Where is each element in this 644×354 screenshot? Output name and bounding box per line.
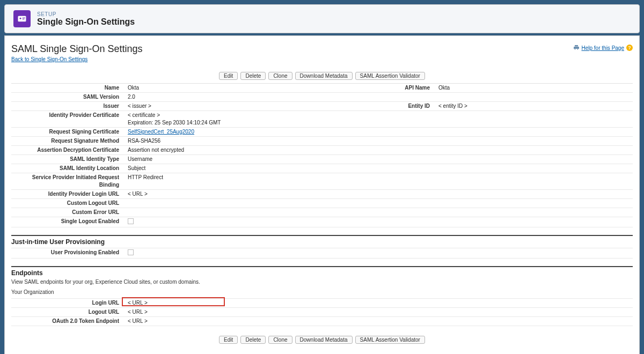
field-value-identity-loc: Subject <box>127 165 145 172</box>
printer-icon[interactable] <box>573 45 580 51</box>
svg-rect-0 <box>18 16 26 22</box>
jit-section-heading: Just-in-time User Provisioning <box>11 236 633 248</box>
field-value-entity-id: < entity ID > <box>437 102 467 110</box>
field-value-api-name: Okta <box>437 84 450 92</box>
clone-button-bottom[interactable]: Clone <box>268 336 292 344</box>
header-eyebrow: SETUP <box>37 11 135 17</box>
user-provisioning-checkbox <box>128 249 134 255</box>
field-value-identity-type: Username <box>127 156 152 163</box>
endpoints-section-heading: Endpoints <box>11 267 633 279</box>
field-label-identity-type: SAML Identity Type <box>11 156 127 163</box>
clone-button[interactable]: Clone <box>268 72 292 80</box>
help-question-icon[interactable]: ? <box>626 45 633 51</box>
field-value-idp-cert: < certificate > Expiration: 25 Sep 2030 … <box>127 112 221 127</box>
field-label-oauth-endpoint: OAuth 2.0 Token Endpoint <box>11 318 127 325</box>
saml-validator-button-bottom[interactable]: SAML Assertion Validator <box>355 336 425 344</box>
svg-point-1 <box>20 18 21 19</box>
single-logout-checkbox <box>128 218 134 224</box>
field-label-user-provisioning: User Provisioning Enabled <box>11 249 127 256</box>
edit-button-bottom[interactable]: Edit <box>219 336 238 344</box>
help-link[interactable]: Help for this Page <box>582 45 625 51</box>
field-value-idp-login-url: < URL > <box>127 190 148 198</box>
endpoints-subtext: View SAML endpoints for your org, Experi… <box>11 279 633 289</box>
field-label-single-logout: Single Logout Enabled <box>11 218 127 225</box>
field-label-name: Name <box>11 84 127 92</box>
action-button-row-bottom: Edit Delete Clone Download Metadata SAML… <box>11 336 633 344</box>
download-metadata-button-bottom[interactable]: Download Metadata <box>295 336 353 344</box>
field-label-idp-cert: Identity Provider Certificate <box>11 112 127 119</box>
request-signing-cert-link[interactable]: SelfSignedCert_25Aug2020 <box>128 129 194 135</box>
back-link[interactable]: Back to Single Sign-On Settings <box>11 56 87 62</box>
field-label-issuer: Issuer <box>11 102 127 110</box>
field-value-name: Okta <box>127 84 139 92</box>
id-card-icon <box>13 10 31 27</box>
svg-rect-3 <box>23 19 25 19</box>
field-label-logout-url: Logout URL <box>11 308 127 316</box>
field-value-issuer: < issuer > <box>127 102 151 110</box>
field-label-entity-id: Entity ID <box>322 102 437 110</box>
field-label-assert-decrypt: Assertion Decryption Certificate <box>11 146 127 154</box>
delete-button-bottom[interactable]: Delete <box>240 336 266 344</box>
field-value-assert-decrypt: Assertion not encrypted <box>127 146 184 154</box>
edit-button[interactable]: Edit <box>219 72 238 80</box>
field-label-req-sign-cert: Request Signing Certificate <box>11 128 127 136</box>
setup-header: SETUP Single Sign-On Settings <box>4 4 640 33</box>
field-value-saml-version: 2.0 <box>127 93 135 101</box>
field-label-api-name: API Name <box>322 84 437 92</box>
field-label-saml-version: SAML Version <box>11 93 127 101</box>
page-title: SAML Single Sign-On Settings <box>11 43 142 55</box>
saml-validator-button[interactable]: SAML Assertion Validator <box>355 72 425 80</box>
field-value-oauth-endpoint: < URL > <box>127 318 148 325</box>
delete-button[interactable]: Delete <box>240 72 266 80</box>
field-label-login-url: Login URL <box>11 299 127 307</box>
header-title: Single Sign-On Settings <box>37 17 135 27</box>
field-label-sp-binding: Service Provider Initiated Request Bindi… <box>11 174 127 189</box>
field-label-idp-login-url: Identity Provider Login URL <box>11 190 127 198</box>
field-label-custom-logout: Custom Logout URL <box>11 200 127 207</box>
field-value-req-sig-method: RSA-SHA256 <box>127 137 160 145</box>
action-button-row-top: Edit Delete Clone Download Metadata SAML… <box>11 72 633 80</box>
svg-rect-2 <box>23 18 25 18</box>
field-value-logout-url: < URL > <box>127 308 148 316</box>
field-value-login-url: < URL > <box>127 299 148 307</box>
field-label-identity-loc: SAML Identity Location <box>11 165 127 172</box>
field-label-req-sig-method: Request Signature Method <box>11 137 127 145</box>
download-metadata-button[interactable]: Download Metadata <box>295 72 353 80</box>
field-value-sp-binding: HTTP Redirect <box>127 174 163 181</box>
field-label-custom-error: Custom Error URL <box>11 209 127 216</box>
endpoints-org-label: Your Organization <box>11 289 633 298</box>
